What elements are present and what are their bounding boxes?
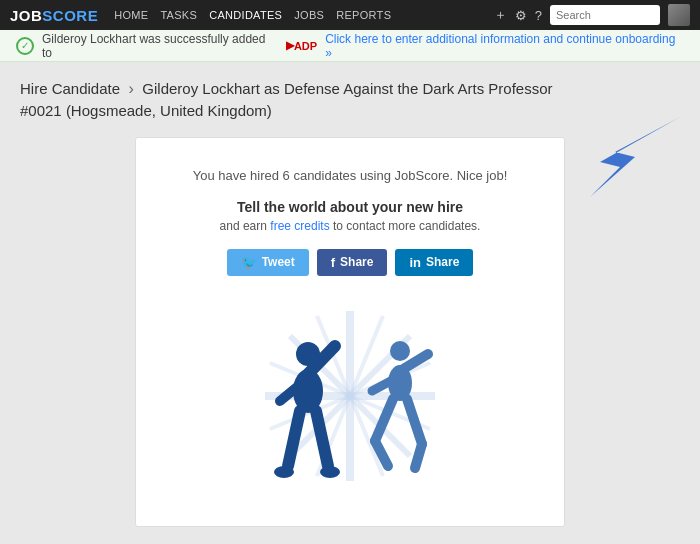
tweet-button[interactable]: 🐦 Tweet — [227, 249, 309, 276]
facebook-label: Share — [340, 255, 373, 269]
logo[interactable]: JOBSCORE — [10, 7, 98, 24]
svg-point-17 — [390, 341, 410, 361]
svg-line-21 — [375, 399, 393, 441]
avatar[interactable] — [668, 4, 690, 26]
breadcrumb-separator: › — [129, 80, 134, 97]
breadcrumb: Hire Candidate › Gilderoy Lockhart as De… — [20, 78, 560, 123]
notification-text: Gilderoy Lockhart was successfully added… — [42, 32, 278, 60]
notification-link[interactable]: Click here to enter additional informati… — [325, 32, 684, 60]
linkedin-label: Share — [426, 255, 459, 269]
gear-icon[interactable]: ⚙ — [515, 8, 527, 23]
linkedin-icon: in — [409, 255, 421, 270]
share-subtitle: and earn free credits to contact more ca… — [176, 219, 524, 233]
content-area: Hire Candidate › Gilderoy Lockhart as De… — [0, 62, 700, 544]
share-title: Tell the world about your new hire — [176, 199, 524, 215]
svg-line-24 — [415, 444, 422, 468]
nav-candidates[interactable]: CANDIDATES — [209, 9, 282, 21]
svg-line-22 — [375, 441, 388, 466]
adp-text: ADP — [294, 40, 317, 52]
nav-tasks[interactable]: TASKS — [160, 9, 197, 21]
logo-score: SCORE — [42, 7, 98, 24]
plus-icon[interactable]: ＋ — [494, 6, 507, 24]
facebook-icon: f — [331, 255, 335, 270]
navbar: JOBSCORE HOME TASKS CANDIDATES JOBS REPO… — [0, 0, 700, 30]
celebration-image — [240, 296, 460, 496]
check-icon: ✓ — [16, 37, 34, 55]
nav-right: ＋ ⚙ ? — [494, 4, 690, 26]
share-sub-after: to contact more candidates. — [333, 219, 480, 233]
adp-icon: ▶ — [286, 39, 294, 52]
avatar-image — [668, 4, 690, 26]
facebook-share-button[interactable]: f Share — [317, 249, 388, 276]
svg-line-14 — [316, 411, 328, 466]
logo-job: JOB — [10, 7, 42, 24]
help-icon[interactable]: ? — [535, 8, 542, 23]
search-input[interactable] — [550, 5, 660, 25]
free-credits-link[interactable]: free credits — [270, 219, 329, 233]
svg-line-23 — [407, 399, 422, 444]
main-card: You have hired 6 candidates using JobSco… — [135, 137, 565, 527]
notification-bar: ✓ Gilderoy Lockhart was successfully add… — [0, 30, 700, 62]
nav-home[interactable]: HOME — [114, 9, 148, 21]
linkedin-share-button[interactable]: in Share — [395, 249, 473, 276]
breadcrumb-hire: Hire Candidate — [20, 80, 120, 97]
person1-silhouette — [270, 336, 350, 496]
tweet-label: Tweet — [262, 255, 295, 269]
svg-point-15 — [274, 466, 294, 478]
svg-point-16 — [320, 466, 340, 478]
share-sub-before: and earn — [220, 219, 267, 233]
nav-reports[interactable]: REPORTS — [336, 9, 391, 21]
svg-marker-0 — [590, 117, 680, 197]
svg-line-13 — [288, 411, 300, 466]
share-buttons: 🐦 Tweet f Share in Share — [176, 249, 524, 276]
adp-logo: ▶ ADP — [286, 39, 317, 52]
person2-silhouette — [360, 336, 435, 486]
twitter-icon: 🐦 — [241, 255, 257, 270]
nav-jobs[interactable]: JOBS — [294, 9, 324, 21]
nav-links: HOME TASKS CANDIDATES JOBS REPORTS — [114, 9, 391, 21]
hired-count-text: You have hired 6 candidates using JobSco… — [176, 168, 524, 183]
arrow-icon — [560, 117, 680, 197]
arrow-container — [560, 117, 680, 197]
